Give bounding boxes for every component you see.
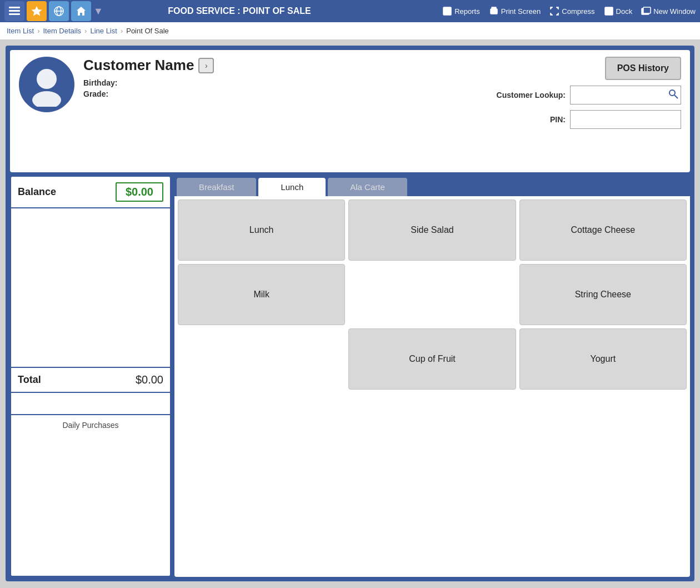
customer-name: Customer Name	[83, 57, 194, 74]
customer-lookup-input[interactable]	[570, 86, 681, 104]
compress-label: Compress	[562, 7, 594, 16]
left-panel: Balance $0.00 Total $0.00 Daily Purchase…	[10, 176, 171, 577]
pin-input[interactable]	[570, 110, 681, 129]
balance-row: Balance $0.00	[11, 177, 170, 208]
top-bar: ▼ FOOD SERVICE : POINT OF SALE Reports P…	[0, 0, 700, 22]
balance-label: Balance	[18, 186, 116, 198]
breadcrumb: Item List › Item Details › Line List › P…	[0, 22, 700, 40]
daily-purchases-label: Daily Purchases	[11, 415, 170, 576]
tab-breakfast[interactable]: Breakfast	[177, 178, 256, 196]
svg-rect-18	[643, 7, 651, 13]
birthday-label: Birthday:	[83, 78, 117, 87]
new-window-action[interactable]: New Window	[641, 6, 696, 16]
app-title: FOOD SERVICE : POINT OF SALE	[39, 6, 440, 16]
search-button[interactable]	[668, 88, 679, 102]
svg-rect-15	[605, 7, 613, 15]
customer-nav-arrow[interactable]: ›	[198, 58, 214, 73]
customer-panel: Customer Name › Birthday: Grade: POS His…	[10, 50, 690, 172]
svg-rect-1	[9, 10, 20, 12]
svg-point-20	[32, 91, 61, 107]
total-value: $0.00	[136, 373, 163, 386]
breadcrumb-item-details[interactable]: Item Details	[43, 27, 81, 35]
outer-panel: Customer Name › Birthday: Grade: POS His…	[6, 46, 694, 581]
new-window-label: New Window	[653, 7, 696, 16]
lookup-input-wrapper	[570, 86, 681, 104]
total-row: Total $0.00	[11, 367, 170, 393]
pin-row: PIN:	[550, 110, 681, 129]
reports-action[interactable]: Reports	[442, 6, 480, 16]
breadcrumb-line-list[interactable]: Line List	[90, 27, 117, 35]
total-label: Total	[18, 374, 136, 386]
items-area: Lunch Side Salad Cottage Cheese Milk Str…	[174, 196, 690, 577]
breadcrumb-point-of-sale: Point Of Sale	[126, 27, 169, 35]
birthday-row: Birthday:	[83, 78, 488, 87]
svg-point-19	[37, 69, 57, 89]
menu-icon[interactable]	[4, 1, 24, 21]
customer-info: Customer Name › Birthday: Grade:	[83, 57, 488, 101]
tab-lunch[interactable]: Lunch	[258, 178, 326, 196]
pin-label: PIN:	[550, 115, 566, 124]
svg-point-21	[669, 90, 675, 96]
print-screen-label: Print Screen	[501, 7, 541, 16]
lookup-label: Customer Lookup:	[497, 91, 566, 99]
avatar	[19, 57, 74, 112]
svg-rect-13	[492, 7, 496, 9]
svg-rect-2	[9, 13, 20, 15]
balance-value: $0.00	[116, 182, 163, 202]
print-screen-action[interactable]: Print Screen	[489, 6, 541, 16]
top-bar-actions: Reports Print Screen Compress	[442, 6, 696, 16]
compress-action[interactable]: Compress	[549, 6, 594, 16]
customer-name-row: Customer Name ›	[83, 57, 488, 74]
item-cup-of-fruit[interactable]: Cup of Fruit	[348, 328, 516, 390]
cart-area	[11, 208, 170, 367]
breadcrumb-item-list[interactable]: Item List	[7, 27, 34, 35]
svg-point-14	[496, 11, 497, 12]
item-lunch[interactable]: Lunch	[178, 200, 345, 261]
item-yogurt[interactable]: Yogurt	[519, 328, 687, 390]
items-grid: Lunch Side Salad Cottage Cheese Milk Str…	[178, 200, 687, 390]
customer-right: POS History Customer Lookup:	[497, 57, 681, 129]
tabs-row: Breakfast Lunch Ala Carte	[174, 176, 690, 196]
grade-row: Grade:	[83, 89, 488, 98]
item-string-cheese[interactable]: String Cheese	[519, 264, 687, 325]
lookup-row: Customer Lookup:	[497, 86, 681, 104]
action-area	[11, 393, 170, 415]
item-side-salad[interactable]: Side Salad	[348, 200, 516, 261]
svg-line-22	[674, 95, 678, 98]
reports-label: Reports	[454, 7, 480, 16]
tab-ala-carte[interactable]: Ala Carte	[328, 178, 407, 196]
grade-label: Grade:	[83, 89, 108, 98]
item-milk[interactable]: Milk	[178, 264, 345, 325]
pos-history-button[interactable]: POS History	[605, 57, 681, 80]
main-content: Customer Name › Birthday: Grade: POS His…	[0, 40, 700, 587]
bottom-section: Balance $0.00 Total $0.00 Daily Purchase…	[10, 176, 690, 577]
dock-action[interactable]: Dock	[604, 6, 633, 16]
svg-rect-0	[9, 7, 20, 8]
right-panel: Breakfast Lunch Ala Carte Lunch Side Sal…	[174, 176, 690, 577]
item-cottage-cheese[interactable]: Cottage Cheese	[519, 200, 687, 261]
dock-label: Dock	[616, 7, 633, 16]
